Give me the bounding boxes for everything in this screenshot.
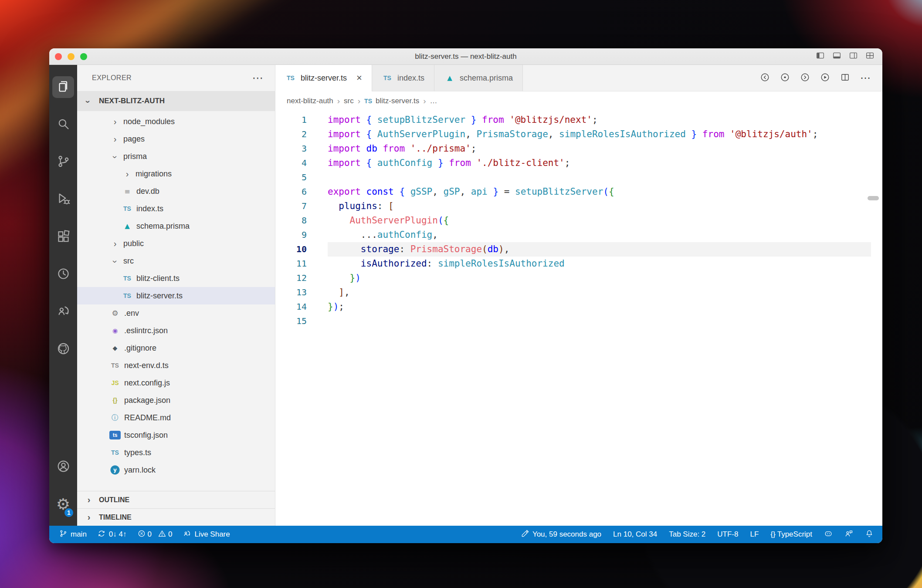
file-item[interactable]: ⓘREADME.md [77, 409, 275, 426]
zoom-window-button[interactable] [80, 53, 87, 60]
file-item[interactable]: ▲schema.prisma [77, 217, 275, 235]
run-file-icon[interactable] [820, 72, 830, 84]
navigate-forward-icon[interactable] [800, 72, 810, 84]
file-item[interactable]: TSblitz-client.ts [77, 270, 275, 287]
line-number[interactable]: 15 [275, 314, 307, 328]
code-line[interactable]: 8 AuthServerPlugin({ [275, 213, 882, 228]
line-number[interactable]: 10 [275, 242, 307, 257]
activity-settings-button[interactable]: ⚙ 1 [49, 486, 77, 523]
target-icon[interactable] [780, 72, 790, 84]
file-item[interactable]: tstsconfig.json [77, 426, 275, 444]
activity-github-button[interactable] [49, 331, 77, 368]
code-editor[interactable]: 1import { setupBlitzServer } from '@blit… [275, 111, 882, 526]
line-number[interactable]: 5 [275, 170, 307, 185]
language-status[interactable]: {} TypeScript [770, 530, 812, 539]
folder-item[interactable]: ›pages [77, 130, 275, 148]
activity-accounts-button[interactable] [49, 448, 77, 486]
line-number[interactable]: 13 [275, 285, 307, 300]
activity-search-button[interactable] [49, 106, 77, 143]
file-item[interactable]: TSnext-env.d.ts [77, 357, 275, 374]
timeline-section[interactable]: › TIMELINE [77, 508, 275, 526]
line-number[interactable]: 7 [275, 199, 307, 213]
line-number[interactable]: 6 [275, 185, 307, 199]
breadcrumb-item[interactable]: src [344, 97, 354, 105]
code-line[interactable]: 10 storage: PrismaStorage(db), [275, 242, 882, 257]
file-item[interactable]: ◆.gitignore [77, 339, 275, 357]
encoding-status[interactable]: UTF-8 [717, 530, 738, 539]
line-number[interactable]: 8 [275, 213, 307, 228]
file-item[interactable]: TSblitz-server.ts [77, 287, 275, 304]
file-item[interactable]: JSnext.config.js [77, 374, 275, 392]
folder-item[interactable]: ›public [77, 235, 275, 252]
code-line[interactable]: 9 ...authConfig, [275, 228, 882, 242]
activity-source-control-button[interactable] [49, 143, 77, 181]
breadcrumb-item[interactable]: next-blitz-auth [287, 97, 333, 105]
cursor-position-status[interactable]: Ln 10, Col 34 [613, 530, 657, 539]
close-icon[interactable]: × [356, 73, 362, 83]
activity-run-debug-button[interactable] [49, 181, 77, 218]
line-number[interactable]: 14 [275, 300, 307, 314]
code-line[interactable]: 11 isAuthorized: simpleRolesIsAuthorized [275, 257, 882, 271]
close-window-button[interactable] [55, 53, 62, 60]
editor-tab[interactable]: ▲schema.prisma [434, 65, 523, 91]
breadcrumb-item[interactable]: TSblitz-server.ts [364, 96, 419, 106]
project-section-header[interactable]: › NEXT-BLITZ-AUTH [77, 91, 275, 111]
file-item[interactable]: yyarn.lock [77, 461, 275, 479]
code-line[interactable]: 15 [275, 314, 882, 328]
toggle-panel-icon[interactable] [832, 51, 841, 62]
line-number[interactable]: 2 [275, 127, 307, 142]
minimize-window-button[interactable] [68, 53, 75, 60]
code-line[interactable]: 4import { authConfig } from './blitz-cli… [275, 156, 882, 170]
navigate-back-icon[interactable] [760, 72, 770, 84]
folder-item[interactable]: ›node_modules [77, 113, 275, 130]
code-line[interactable]: 1import { setupBlitzServer } from '@blit… [275, 113, 882, 127]
file-item[interactable]: TStypes.ts [77, 444, 275, 461]
code-line[interactable]: 12 }) [275, 271, 882, 285]
line-number[interactable]: 3 [275, 142, 307, 156]
more-actions-icon[interactable]: ⋯ [860, 72, 871, 84]
branch-status[interactable]: main [59, 529, 87, 540]
feedback-status[interactable] [844, 529, 853, 540]
code-line[interactable]: 3import db from '../prisma'; [275, 142, 882, 156]
code-line[interactable]: 7 plugins: [ [275, 199, 882, 213]
window-titlebar[interactable]: blitz-server.ts — next-blitz-auth [49, 48, 882, 65]
customize-layout-icon[interactable] [865, 51, 875, 62]
tab-size-status[interactable]: Tab Size: 2 [669, 530, 705, 539]
live-share-status[interactable]: Live Share [183, 529, 230, 540]
notifications-status[interactable] [865, 529, 874, 540]
file-item[interactable]: {}package.json [77, 392, 275, 409]
folder-item[interactable]: ›src [77, 252, 275, 270]
file-item[interactable]: TSindex.ts [77, 200, 275, 217]
editor-tab[interactable]: TSblitz-server.ts× [275, 65, 372, 91]
activity-history-button[interactable] [49, 256, 77, 293]
copilot-status[interactable] [824, 529, 833, 540]
sync-status[interactable]: 0↓ 4↑ [97, 529, 127, 540]
activity-extensions-button[interactable] [49, 218, 77, 256]
code-line[interactable]: 5 [275, 170, 882, 185]
split-editor-icon[interactable] [840, 72, 850, 84]
toggle-sidebar-icon[interactable] [816, 51, 825, 62]
eol-status[interactable]: LF [750, 530, 759, 539]
line-number[interactable]: 11 [275, 257, 307, 271]
file-item[interactable]: ⚙.env [77, 304, 275, 322]
file-item[interactable]: ≡dev.db [77, 182, 275, 200]
code-line[interactable]: 2import { AuthServerPlugin, PrismaStorag… [275, 127, 882, 142]
file-item[interactable]: ◉.eslintrc.json [77, 322, 275, 339]
code-line[interactable]: 13 ], [275, 285, 882, 300]
blame-status[interactable]: You, 59 seconds ago [521, 529, 601, 540]
code-line[interactable]: 6export const { gSSP, gSP, api } = setup… [275, 185, 882, 199]
breadcrumb-item[interactable]: … [430, 97, 437, 105]
line-number[interactable]: 9 [275, 228, 307, 242]
problems-status[interactable]: 0 0 [137, 529, 173, 540]
code-line[interactable]: 14}); [275, 300, 882, 314]
editor-tab[interactable]: TSindex.ts [372, 65, 434, 91]
folder-item[interactable]: ›prisma [77, 148, 275, 165]
line-number[interactable]: 12 [275, 271, 307, 285]
outline-section[interactable]: › OUTLINE [77, 491, 275, 508]
line-number[interactable]: 1 [275, 113, 307, 127]
activity-explorer-button[interactable] [49, 68, 77, 106]
folder-item[interactable]: ›migrations [77, 165, 275, 182]
line-number[interactable]: 4 [275, 156, 307, 170]
toggle-secondary-sidebar-icon[interactable] [849, 51, 858, 62]
activity-live-share-button[interactable] [49, 293, 77, 331]
